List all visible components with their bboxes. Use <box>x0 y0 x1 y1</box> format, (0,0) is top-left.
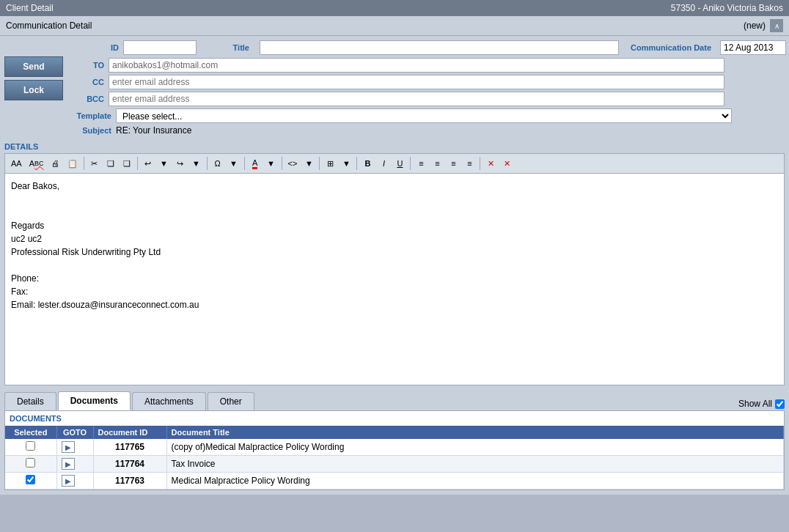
tab-details[interactable]: Details <box>4 392 56 410</box>
goto-cell: ▶ <box>56 439 93 456</box>
id-input[interactable] <box>123 40 197 55</box>
toolbar-font-size[interactable]: AA <box>8 156 25 171</box>
new-badge: (new) <box>744 21 766 31</box>
client-name: 57350 - Aniko Victoria Bakos <box>671 3 783 13</box>
documents-table: Selected GOTO Document ID Document Title… <box>5 426 784 489</box>
toolbar-html-dropdown[interactable]: ▼ <box>301 156 316 171</box>
col-doc-id: Document ID <box>93 426 166 439</box>
documents-label: DOCUMENTS <box>5 411 784 426</box>
cc-label: CC <box>72 78 109 86</box>
to-input[interactable] <box>109 58 724 73</box>
subject-label: Subject <box>72 126 116 135</box>
toolbar-redo[interactable]: ↪ <box>173 156 188 171</box>
doc-id-cell: 117764 <box>93 456 166 473</box>
title-input[interactable] <box>260 40 619 55</box>
collapse-button[interactable]: ∧ <box>770 19 783 32</box>
toolbar-omega-dropdown[interactable]: ▼ <box>227 156 241 171</box>
show-all-label: Show All <box>738 399 772 409</box>
toolbar-align-right[interactable]: ≡ <box>446 156 460 171</box>
doc-title-cell: Medical Malpractice Policy Wording <box>166 473 784 489</box>
toolbar-table-dropdown[interactable]: ▼ <box>339 156 353 171</box>
table-row: ▶ 117765 (copy of)Medical Malpractice Po… <box>5 439 784 456</box>
cc-input[interactable] <box>109 75 724 89</box>
toolbar-italic[interactable]: I <box>376 156 391 171</box>
toolbar-redo-dropdown[interactable]: ▼ <box>189 156 204 171</box>
comm-date-input[interactable] <box>720 40 786 55</box>
editor-area[interactable]: Dear Bakos, Regards uc2 uc2 Professional… <box>4 173 785 385</box>
show-all-checkbox[interactable] <box>775 399 785 409</box>
toolbar-paste[interactable]: 📋 <box>65 156 81 171</box>
toolbar-print[interactable]: 🖨 <box>48 156 63 171</box>
goto-cell: ▶ <box>56 473 93 489</box>
section-header: Communication Detail (new) ∧ <box>0 16 789 36</box>
bcc-input[interactable] <box>109 92 724 106</box>
editor-toolbar: AA ABC 🖨 📋 ✂ ❑ ❑ ↩ ▼ ↪ ▼ Ω ▼ A ▼ <> ▼ ⊞ … <box>4 153 785 173</box>
toolbar-align-left[interactable]: ≡ <box>414 156 428 171</box>
comm-date-label: Communication Date <box>631 43 711 52</box>
table-row: ▶ 117764 Tax Invoice <box>5 456 784 473</box>
template-select[interactable]: Please select... <box>116 108 732 123</box>
tab-other[interactable]: Other <box>208 392 254 410</box>
row3-checkbox[interactable] <box>26 475 35 484</box>
toolbar-clear2[interactable]: ✕ <box>499 156 514 171</box>
subject-value: RE: Your Insurance <box>116 125 191 136</box>
doc-title-cell: Tax Invoice <box>166 456 784 473</box>
selected-cell <box>5 456 56 473</box>
details-label: DETAILS <box>4 142 785 151</box>
toolbar-cut[interactable]: ✂ <box>87 156 102 171</box>
col-goto: GOTO <box>56 426 93 439</box>
toolbar-font-color[interactable]: A <box>248 156 263 171</box>
goto-btn-2[interactable]: ▶ <box>62 458 75 470</box>
toolbar-font-color-dropdown[interactable]: ▼ <box>264 156 279 171</box>
doc-id-cell: 117763 <box>93 473 166 489</box>
col-doc-title: Document Title <box>166 426 784 439</box>
toolbar-undo[interactable]: ↩ <box>141 156 155 171</box>
toolbar-omega[interactable]: Ω <box>210 156 225 171</box>
doc-title-cell: (copy of)Medical Malpractice Policy Word… <box>166 439 784 456</box>
toolbar-clear1[interactable]: ✕ <box>483 156 498 171</box>
toolbar-underline[interactable]: U <box>392 156 407 171</box>
title-label: Title <box>202 43 254 52</box>
goto-btn-1[interactable]: ▶ <box>62 441 75 453</box>
goto-btn-3[interactable]: ▶ <box>62 475 75 487</box>
row2-checkbox[interactable] <box>26 458 35 468</box>
tab-documents[interactable]: Documents <box>58 391 131 410</box>
toolbar-html[interactable]: <> <box>285 156 301 171</box>
table-row: ▶ 117763 Medical Malpractice Policy Word… <box>5 473 784 489</box>
main-container: Send Lock ID Title Communication Date Ti… <box>0 36 789 495</box>
col-selected: Selected <box>5 426 56 439</box>
toolbar-undo-dropdown[interactable]: ▼ <box>157 156 172 171</box>
doc-id-cell: 117765 <box>93 439 166 456</box>
id-label: ID <box>72 43 123 52</box>
toolbar-paste2[interactable]: ❑ <box>120 156 134 171</box>
tab-attachments[interactable]: Attachments <box>132 392 206 410</box>
toolbar-justify[interactable]: ≡ <box>462 156 477 171</box>
title-bar: Client Detail 57350 - Aniko Victoria Bak… <box>0 0 789 16</box>
goto-cell: ▶ <box>56 456 93 473</box>
selected-cell <box>5 439 56 456</box>
lock-button[interactable]: Lock <box>4 80 63 100</box>
app-title: Client Detail <box>6 3 54 13</box>
bcc-label: BCC <box>72 95 109 103</box>
template-label: Template <box>72 111 116 120</box>
toolbar-copy[interactable]: ❑ <box>103 156 118 171</box>
toolbar-align-center[interactable]: ≡ <box>430 156 444 171</box>
toolbar-table[interactable]: ⊞ <box>323 156 337 171</box>
selected-cell <box>5 473 56 489</box>
toolbar-bold[interactable]: B <box>360 156 375 171</box>
row1-checkbox[interactable] <box>26 441 35 451</box>
section-title: Communication Detail <box>6 21 92 31</box>
send-button[interactable]: Send <box>4 56 63 77</box>
documents-section: DOCUMENTS Selected GOTO Document ID Docu… <box>4 410 785 490</box>
to-label: TO <box>72 61 109 70</box>
toolbar-spell-check[interactable]: ABC <box>26 156 47 171</box>
